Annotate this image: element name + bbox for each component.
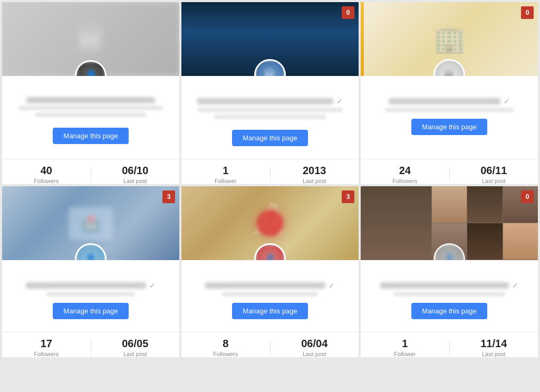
stat-label-6b: Last post	[482, 351, 506, 357]
stat-lastpost-6: 11/14 Last post	[450, 338, 538, 357]
page-name-3	[389, 98, 501, 104]
manage-btn-4[interactable]: Manage this page	[53, 303, 128, 319]
page-card-4: 🏥 3 👤 ✓ Manage this page 17 Followers	[2, 186, 179, 357]
verified-icon-6: ✓	[512, 281, 518, 290]
card-cover-1: 🏛 👤	[2, 2, 179, 76]
card-cover-5: A 3 👤	[181, 186, 359, 260]
page-card-2: 0 🏛 ✓ Manage this page 1 Follower	[181, 2, 359, 184]
stat-followers-3: 24 Followers	[361, 165, 449, 184]
stat-value-4: 17	[41, 338, 52, 350]
card-cover-4: 🏥 3 👤	[2, 186, 179, 260]
stat-followers-1: 40 Followers	[2, 165, 91, 184]
card-body-4: ✓ Manage this page	[2, 260, 179, 332]
badge-2: 0	[342, 6, 354, 19]
page-subtitle-4a	[46, 292, 134, 297]
stat-lastpost-4: 06/05 Last post	[91, 338, 180, 357]
stat-label-4: Followers	[34, 351, 59, 357]
manage-btn-5[interactable]: Manage this page	[232, 303, 307, 319]
stat-followers-4: 17 Followers	[2, 338, 91, 357]
stat-value-4b: 06/05	[122, 338, 148, 350]
card-cover-6: 0 👤	[361, 186, 538, 260]
page-card-6: 0 👤 ✓ Manage this page 1 Follower 11/14	[361, 186, 538, 357]
stat-label-4b: Last post	[123, 351, 147, 357]
page-name-row-6: ✓	[369, 281, 529, 290]
stat-value-3: 24	[399, 165, 411, 177]
card-stats-2: 1 Follower 2013 Last post	[181, 159, 359, 184]
card-stats-5: 8 Followers 06/04 Last post	[181, 332, 359, 357]
page-subtitle-3a	[385, 108, 513, 112]
card-body-1: Manage this page	[2, 76, 179, 159]
card-body-2: ✓ Manage this page	[181, 76, 359, 159]
card-body-5: ✓ Manage this page	[181, 260, 359, 332]
avatar-3: 🏛	[433, 59, 465, 76]
page-subtitle-2a	[198, 108, 342, 112]
page-name-row-5: ✓	[190, 281, 350, 290]
card-body-3: ✓ Manage this page	[361, 76, 538, 159]
avatar-4: 👤	[75, 243, 107, 260]
page-name-5	[205, 282, 325, 289]
stat-label-1: Followers	[34, 178, 59, 184]
manage-btn-6[interactable]: Manage this page	[411, 303, 487, 319]
page-name-6	[380, 282, 508, 289]
avatar-6: 👤	[433, 243, 465, 260]
page-card-5: A 3 👤 ✓ Manage this page 8 Followers	[181, 186, 359, 357]
page-name-1	[26, 97, 155, 103]
badge-6: 0	[521, 190, 534, 203]
stat-label-5: Followers	[213, 351, 238, 357]
stat-label-6: Follower	[394, 351, 416, 357]
card-cover-3: 🏢 0 🏛	[361, 2, 538, 76]
stat-value-2b: 2013	[303, 165, 326, 177]
stat-value-6: 1	[402, 338, 408, 350]
page-card-1: 🏛 👤 Manage this page 40 Followers	[2, 2, 179, 184]
manage-btn-3[interactable]: Manage this page	[411, 119, 487, 135]
stat-label-5b: Last post	[303, 351, 326, 357]
stat-label-2: Follower	[215, 178, 237, 184]
card-stats-1: 40 Followers 06/10 Last post	[2, 159, 179, 184]
badge-4: 3	[162, 190, 175, 203]
stat-value-6b: 11/14	[480, 338, 507, 350]
stat-followers-5: 8 Followers	[181, 338, 270, 357]
stat-label-1b: Last post	[123, 178, 147, 184]
cover-icon-3: 🏢	[433, 24, 466, 54]
page-name-2	[197, 98, 333, 104]
stat-lastpost-3: 06/11 Last post	[450, 165, 538, 184]
page-name-row-1	[11, 97, 171, 103]
card-body-6: ✓ Manage this page	[361, 260, 538, 332]
page-subtitle-2b	[214, 114, 326, 119]
badge-3: 0	[521, 6, 534, 19]
verified-icon-2: ✓	[336, 97, 343, 106]
card-stats-3: 24 Followers 06/11 Last post	[361, 159, 538, 184]
stat-value-5: 8	[223, 338, 228, 350]
stat-lastpost-5: 06/04 Last post	[271, 338, 359, 357]
stat-value-5b: 06/04	[301, 338, 327, 350]
avatar-1: 👤	[75, 60, 107, 76]
stat-label-3: Followers	[392, 178, 417, 184]
card-stats-6: 1 Follower 11/14 Last post	[361, 332, 538, 357]
stat-followers-2: 1 Follower	[181, 165, 270, 184]
verified-icon-5: ✓	[329, 281, 335, 290]
stat-value-1: 40	[41, 165, 52, 177]
page-subtitle-5a	[222, 292, 318, 297]
page-card-3: 🏢 0 🏛 ✓ Manage this page 24 Followers	[361, 2, 538, 184]
page-subtitle-1a	[18, 106, 163, 110]
manage-btn-2[interactable]: Manage this page	[232, 130, 307, 146]
page-name-row-3: ✓	[369, 97, 529, 106]
page-name-row-4: ✓	[11, 281, 171, 290]
card-stats-4: 17 Followers 06/05 Last post	[2, 332, 179, 357]
stat-followers-6: 1 Follower	[361, 338, 449, 357]
stat-label-2b: Last post	[303, 178, 326, 184]
cards-grid: 🏛 👤 Manage this page 40 Followers	[0, 0, 540, 359]
stat-lastpost-2: 2013 Last post	[271, 165, 359, 184]
stat-value-2: 1	[223, 165, 228, 177]
yellow-stripe-3	[361, 2, 364, 76]
stat-value-3b: 06/11	[480, 165, 507, 177]
page-subtitle-1b	[35, 112, 147, 117]
stat-value-1b: 06/10	[122, 165, 148, 177]
stat-lastpost-1: 06/10 Last post	[91, 165, 180, 184]
verified-icon-4: ✓	[149, 281, 156, 290]
manage-btn-1[interactable]: Manage this page	[53, 128, 128, 144]
avatar-5: 👤	[254, 243, 286, 260]
card-cover-2: 0 🏛	[181, 2, 359, 76]
stat-label-3b: Last post	[482, 178, 506, 184]
badge-5: 3	[342, 190, 354, 203]
